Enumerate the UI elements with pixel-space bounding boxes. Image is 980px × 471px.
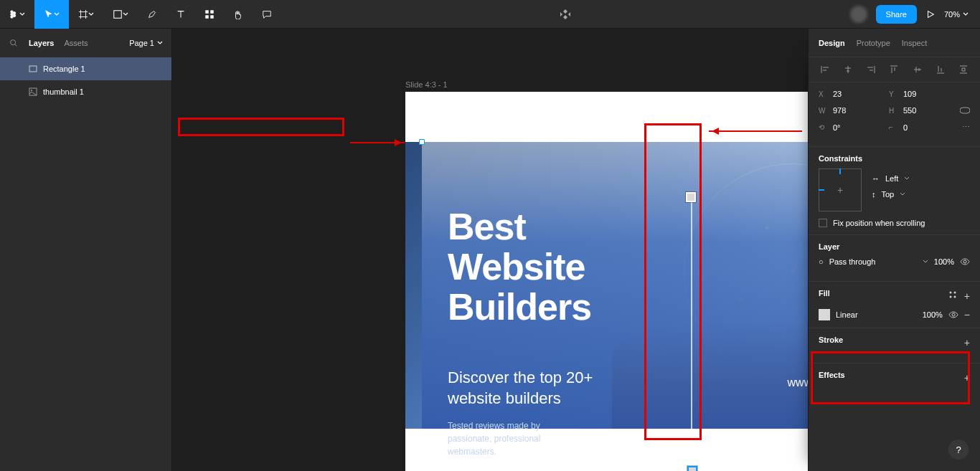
align-top-icon[interactable] (887, 63, 900, 76)
canvas-frame[interactable]: Best Website Builders Discover the top 2… (405, 92, 808, 471)
present-button[interactable] (925, 9, 936, 19)
align-left-icon[interactable] (819, 63, 831, 76)
svg-point-18 (953, 292, 956, 294)
pen-tool-button[interactable] (138, 0, 166, 29)
layer-thumbnail[interactable]: thumbnail 1 (0, 80, 171, 103)
svg-rect-9 (211, 15, 214, 18)
height-field[interactable]: 550 (903, 106, 916, 115)
gradient-axis[interactable] (691, 198, 692, 471)
fill-type-label[interactable]: Linear (836, 310, 917, 319)
layer-rectangle[interactable]: Rectangle 1 (0, 57, 171, 80)
image-icon (29, 87, 37, 96)
file-icon (559, 8, 572, 21)
rotation-field[interactable]: 0° (833, 123, 841, 132)
align-hcenter-icon[interactable] (842, 63, 854, 76)
slide-title-text: Best Website Builders (448, 206, 591, 327)
add-effect-icon[interactable]: + (964, 372, 970, 384)
constraint-h-dropdown[interactable]: Left (885, 174, 898, 183)
svg-rect-5 (114, 10, 122, 18)
search-icon[interactable] (9, 38, 19, 48)
align-bottom-icon[interactable] (934, 63, 947, 76)
move-tool-button[interactable] (34, 0, 69, 29)
svg-rect-11 (29, 66, 37, 72)
assets-tab[interactable]: Assets (64, 39, 88, 47)
slide-caption-text: Tested reviews made by passionate, profe… (448, 419, 540, 458)
svg-rect-8 (206, 15, 209, 18)
svg-point-20 (953, 296, 956, 298)
svg-point-3 (13, 11, 16, 14)
share-button[interactable]: Share (876, 5, 917, 24)
help-button[interactable]: ? (948, 439, 969, 460)
aspect-lock-icon[interactable] (960, 105, 970, 115)
width-field[interactable]: 978 (833, 106, 846, 115)
fill-visibility-icon[interactable] (948, 310, 958, 320)
frame-tool-button[interactable] (69, 0, 103, 29)
svg-point-0 (11, 10, 14, 13)
blend-dropdown[interactable]: Pass through (829, 257, 917, 266)
svg-point-21 (952, 313, 955, 316)
fill-swatch[interactable] (819, 309, 830, 320)
design-tab[interactable]: Design (819, 39, 845, 47)
align-vcenter-icon[interactable] (911, 63, 924, 76)
effects-title: Effects (819, 371, 845, 379)
more-options-icon[interactable]: ⋯ (962, 123, 970, 132)
svg-rect-7 (211, 10, 214, 13)
constraints-widget[interactable] (819, 168, 862, 211)
add-fill-icon[interactable]: + (964, 290, 970, 302)
svg-point-4 (13, 14, 16, 17)
remove-fill-icon[interactable]: − (964, 309, 970, 320)
svg-point-2 (11, 15, 14, 18)
distribute-icon[interactable] (957, 63, 970, 76)
fill-opacity-field[interactable]: 100% (923, 310, 943, 319)
svg-point-19 (949, 296, 951, 298)
gradient-stop-1[interactable] (686, 192, 696, 202)
shape-tool-button[interactable] (103, 0, 138, 29)
text-tool-button[interactable] (166, 0, 195, 29)
pos-y-field[interactable]: 109 (903, 90, 916, 98)
canvas-frame-label[interactable]: Slide 4:3 - 1 (405, 80, 448, 89)
svg-point-10 (11, 40, 16, 45)
gradient-stop-2[interactable] (687, 466, 697, 471)
slide-subtitle-text: Discover the top 20+ website builders (448, 368, 593, 409)
fill-title: Fill (819, 289, 830, 298)
inspect-tab[interactable]: Inspect (902, 39, 927, 47)
figma-menu-button[interactable] (0, 0, 34, 29)
radius-icon: ⌐ (889, 123, 899, 131)
annotation-highlight-layer (178, 118, 344, 136)
comment-tool-button[interactable] (253, 0, 281, 29)
rectangle-icon (29, 65, 37, 73)
hand-tool-button[interactable] (224, 0, 253, 29)
svg-point-13 (31, 90, 32, 91)
align-right-icon[interactable] (864, 63, 877, 76)
stroke-title: Stroke (819, 336, 843, 344)
annotation-arrow-2 (709, 130, 802, 132)
layer-thumbnail-label: thumbnail 1 (43, 87, 84, 96)
add-stroke-icon[interactable]: + (964, 337, 970, 348)
visibility-icon[interactable] (960, 257, 970, 267)
resources-button[interactable] (195, 0, 224, 29)
svg-rect-6 (206, 10, 209, 13)
svg-point-1 (11, 13, 14, 16)
radius-field[interactable]: 0 (903, 123, 908, 132)
blend-icon: ○ (819, 257, 824, 266)
slide-url-text: www.websitebuilder (787, 376, 808, 389)
layer-opacity-field[interactable]: 100% (934, 257, 954, 266)
canvas-gradient-overlay[interactable]: Best Website Builders Discover the top 2… (422, 142, 808, 429)
svg-point-17 (949, 292, 951, 294)
selection-handle[interactable] (419, 139, 425, 145)
user-avatar[interactable] (850, 6, 867, 23)
annotation-arrow-1 (350, 142, 405, 143)
layer-rectangle-label: Rectangle 1 (43, 65, 85, 73)
fill-styles-icon[interactable] (948, 290, 957, 302)
page-selector[interactable]: Page 1 (129, 39, 163, 47)
pos-x-field[interactable]: 23 (833, 90, 842, 98)
zoom-dropdown[interactable]: 70% (944, 10, 969, 19)
h-constraint-icon: ↔ (872, 174, 880, 183)
layer-title: Layer (819, 242, 970, 251)
fix-position-checkbox[interactable]: Fix position when scrolling (819, 219, 970, 227)
svg-point-16 (963, 260, 966, 263)
prototype-tab[interactable]: Prototype (857, 39, 890, 47)
constraint-v-dropdown[interactable]: Top (882, 190, 895, 199)
constraints-title: Constraints (819, 154, 970, 163)
layers-tab[interactable]: Layers (29, 39, 54, 47)
